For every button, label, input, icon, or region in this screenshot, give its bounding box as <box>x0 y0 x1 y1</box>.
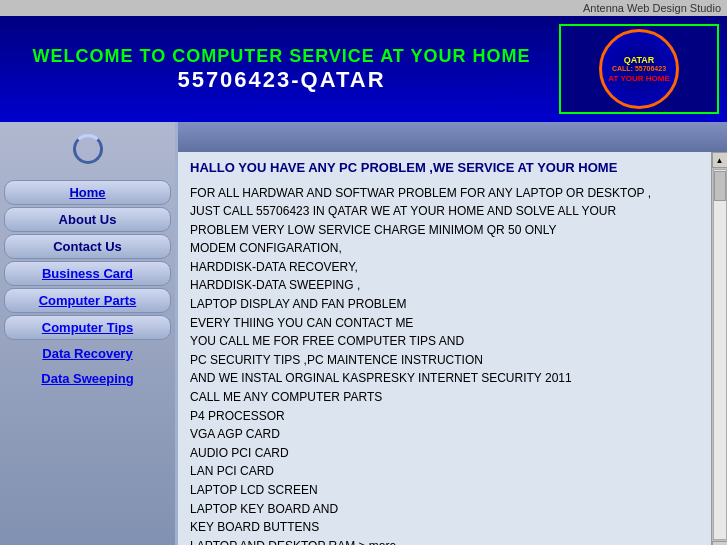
scroll-track[interactable] <box>713 169 727 540</box>
sidebar-item-about[interactable]: About Us <box>4 207 171 232</box>
scrollbar[interactable]: ▲ ▼ <box>711 152 727 545</box>
sidebar-item-computer-parts[interactable]: Computer Parts <box>4 288 171 313</box>
logo-box: QATAR CALL: 55706423 AT YOUR HOME <box>559 24 719 114</box>
sidebar-item-data-sweeping[interactable]: Data Sweeping <box>4 367 171 390</box>
sidebar-nav: Home About Us Contact Us Business Card C… <box>4 180 171 390</box>
loading-spinner <box>73 134 103 164</box>
sidebar-item-business-card[interactable]: Business Card <box>4 261 171 286</box>
scroll-down-button[interactable]: ▼ <box>712 541 728 545</box>
logo-call: CALL: 55706423 <box>608 65 669 72</box>
logo-circle: QATAR CALL: 55706423 AT YOUR HOME <box>599 29 679 109</box>
main-layout: Home About Us Contact Us Business Card C… <box>0 122 727 545</box>
content-body: HALLO YOU HAVE ANY PC PROBLEM ,WE SERVIC… <box>178 152 727 545</box>
top-bar-label: Antenna Web Design Studio <box>583 2 721 14</box>
sidebar-item-home[interactable]: Home <box>4 180 171 205</box>
header-text: WELCOME TO COMPUTER SERVICE AT YOUR HOME… <box>4 46 559 93</box>
header: WELCOME TO COMPUTER SERVICE AT YOUR HOME… <box>0 16 727 122</box>
sidebar-item-computer-tips[interactable]: Computer Tips <box>4 315 171 340</box>
top-bar: Antenna Web Design Studio <box>0 0 727 16</box>
logo-qatar: QATAR <box>608 55 669 65</box>
header-phone: 55706423-QATAR <box>4 67 559 93</box>
sidebar: Home About Us Contact Us Business Card C… <box>0 122 175 545</box>
scroll-thumb[interactable] <box>714 171 726 201</box>
content-title: HALLO YOU HAVE ANY PC PROBLEM ,WE SERVIC… <box>190 158 699 178</box>
content-text: HALLO YOU HAVE ANY PC PROBLEM ,WE SERVIC… <box>178 152 711 545</box>
header-title: WELCOME TO COMPUTER SERVICE AT YOUR HOME <box>4 46 559 67</box>
content-body-text: FOR ALL HARDWAR AND SOFTWAR PROBLEM FOR … <box>190 184 699 546</box>
content-header <box>178 122 727 152</box>
content-area: HALLO YOU HAVE ANY PC PROBLEM ,WE SERVIC… <box>175 122 727 545</box>
sidebar-item-data-recovery[interactable]: Data Recovery <box>4 342 171 365</box>
scroll-up-button[interactable]: ▲ <box>712 152 728 168</box>
logo-inner: QATAR CALL: 55706423 AT YOUR HOME <box>608 55 669 83</box>
sidebar-item-contact[interactable]: Contact Us <box>4 234 171 259</box>
logo-bottom: AT YOUR HOME <box>608 74 669 83</box>
